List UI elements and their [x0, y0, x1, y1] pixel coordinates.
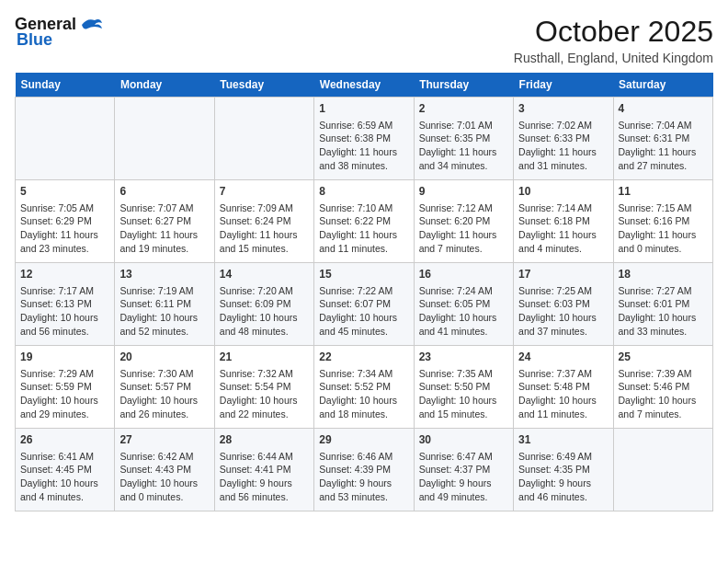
- day-number: 25: [619, 350, 708, 365]
- calendar-day-5: 5Sunrise: 7:05 AM Sunset: 6:29 PM Daylig…: [16, 180, 115, 263]
- calendar-day-29: 29Sunrise: 6:46 AM Sunset: 4:39 PM Dayli…: [314, 429, 414, 511]
- calendar-day-19: 19Sunrise: 7:29 AM Sunset: 5:59 PM Dayli…: [16, 346, 115, 429]
- calendar-empty-cell: [613, 429, 712, 511]
- day-number: 11: [619, 184, 708, 200]
- calendar-day-12: 12Sunrise: 7:17 AM Sunset: 6:13 PM Dayli…: [16, 263, 115, 346]
- day-number: 1: [319, 101, 408, 117]
- calendar-day-8: 8Sunrise: 7:10 AM Sunset: 6:22 PM Daylig…: [314, 180, 414, 263]
- day-info: Sunrise: 7:04 AM Sunset: 6:31 PM Dayligh…: [619, 119, 708, 173]
- calendar-day-13: 13Sunrise: 7:19 AM Sunset: 6:11 PM Dayli…: [115, 263, 214, 346]
- calendar-day-3: 3Sunrise: 7:02 AM Sunset: 6:33 PM Daylig…: [514, 98, 613, 180]
- day-number: 8: [319, 184, 408, 200]
- day-number: 5: [20, 184, 109, 200]
- day-info: Sunrise: 7:24 AM Sunset: 6:05 PM Dayligh…: [419, 284, 508, 339]
- calendar-day-16: 16Sunrise: 7:24 AM Sunset: 6:05 PM Dayli…: [414, 263, 513, 346]
- calendar-week-3: 12Sunrise: 7:17 AM Sunset: 6:13 PM Dayli…: [16, 263, 713, 346]
- day-number: 4: [619, 101, 708, 117]
- day-info: Sunrise: 7:10 AM Sunset: 6:22 PM Dayligh…: [319, 201, 408, 256]
- day-number: 28: [220, 432, 309, 448]
- day-number: 31: [518, 432, 608, 448]
- day-info: Sunrise: 7:20 AM Sunset: 6:09 PM Dayligh…: [220, 284, 309, 339]
- weekday-header-friday: Friday: [514, 73, 613, 98]
- day-info: Sunrise: 7:29 AM Sunset: 5:59 PM Dayligh…: [20, 367, 109, 421]
- calendar-day-11: 11Sunrise: 7:15 AM Sunset: 6:16 PM Dayli…: [613, 180, 712, 263]
- weekday-header-row: SundayMondayTuesdayWednesdayThursdayFrid…: [16, 73, 713, 98]
- weekday-header-wednesday: Wednesday: [314, 73, 414, 98]
- day-number: 9: [419, 184, 508, 200]
- calendar-day-6: 6Sunrise: 7:07 AM Sunset: 6:27 PM Daylig…: [115, 180, 214, 263]
- day-number: 29: [319, 432, 408, 448]
- day-number: 14: [220, 267, 309, 282]
- day-number: 24: [518, 350, 608, 365]
- day-info: Sunrise: 7:07 AM Sunset: 6:27 PM Dayligh…: [119, 201, 209, 256]
- day-number: 23: [419, 350, 508, 365]
- calendar-day-4: 4Sunrise: 7:04 AM Sunset: 6:31 PM Daylig…: [613, 98, 712, 180]
- logo-text-blue: Blue: [17, 30, 52, 50]
- calendar-week-4: 19Sunrise: 7:29 AM Sunset: 5:59 PM Dayli…: [16, 346, 713, 429]
- location-subtitle: Rusthall, England, United Kingdom: [514, 51, 713, 65]
- day-number: 22: [319, 350, 408, 365]
- day-info: Sunrise: 6:46 AM Sunset: 4:39 PM Dayligh…: [319, 450, 408, 504]
- calendar-week-1: 1Sunrise: 6:59 AM Sunset: 6:38 PM Daylig…: [16, 98, 713, 180]
- title-area: October 2025 Rusthall, England, United K…: [514, 15, 713, 65]
- logo-bird-icon: [78, 16, 104, 34]
- calendar-day-15: 15Sunrise: 7:22 AM Sunset: 6:07 PM Dayli…: [314, 263, 414, 346]
- day-number: 7: [220, 184, 309, 200]
- day-info: Sunrise: 7:12 AM Sunset: 6:20 PM Dayligh…: [419, 201, 508, 256]
- page-header: General Blue October 2025 Rusthall, Engl…: [15, 15, 713, 65]
- calendar-day-20: 20Sunrise: 7:30 AM Sunset: 5:57 PM Dayli…: [115, 346, 214, 429]
- day-info: Sunrise: 7:22 AM Sunset: 6:07 PM Dayligh…: [319, 284, 408, 339]
- calendar-table: SundayMondayTuesdayWednesdayThursdayFrid…: [15, 73, 713, 511]
- day-info: Sunrise: 7:30 AM Sunset: 5:57 PM Dayligh…: [119, 367, 209, 421]
- calendar-day-25: 25Sunrise: 7:39 AM Sunset: 5:46 PM Dayli…: [613, 346, 712, 429]
- logo: General Blue: [15, 15, 104, 50]
- day-info: Sunrise: 7:35 AM Sunset: 5:50 PM Dayligh…: [419, 367, 508, 421]
- day-number: 3: [518, 101, 608, 117]
- day-info: Sunrise: 6:59 AM Sunset: 6:38 PM Dayligh…: [319, 119, 408, 173]
- day-number: 6: [119, 184, 209, 200]
- calendar-day-31: 31Sunrise: 6:49 AM Sunset: 4:35 PM Dayli…: [514, 429, 613, 511]
- weekday-header-monday: Monday: [115, 73, 214, 98]
- calendar-day-24: 24Sunrise: 7:37 AM Sunset: 5:48 PM Dayli…: [514, 346, 613, 429]
- day-info: Sunrise: 7:05 AM Sunset: 6:29 PM Dayligh…: [20, 201, 109, 256]
- day-number: 12: [20, 267, 109, 282]
- calendar-day-23: 23Sunrise: 7:35 AM Sunset: 5:50 PM Dayli…: [414, 346, 513, 429]
- calendar-week-2: 5Sunrise: 7:05 AM Sunset: 6:29 PM Daylig…: [16, 180, 713, 263]
- calendar-day-21: 21Sunrise: 7:32 AM Sunset: 5:54 PM Dayli…: [214, 346, 313, 429]
- day-number: 18: [619, 267, 708, 282]
- day-info: Sunrise: 6:41 AM Sunset: 4:45 PM Dayligh…: [20, 450, 109, 504]
- day-info: Sunrise: 7:17 AM Sunset: 6:13 PM Dayligh…: [20, 284, 109, 339]
- calendar-day-2: 2Sunrise: 7:01 AM Sunset: 6:35 PM Daylig…: [414, 98, 513, 180]
- day-number: 13: [119, 267, 209, 282]
- day-number: 20: [119, 350, 209, 365]
- weekday-header-tuesday: Tuesday: [214, 73, 313, 98]
- calendar-day-1: 1Sunrise: 6:59 AM Sunset: 6:38 PM Daylig…: [314, 98, 414, 180]
- day-info: Sunrise: 7:37 AM Sunset: 5:48 PM Dayligh…: [518, 367, 608, 421]
- day-info: Sunrise: 7:19 AM Sunset: 6:11 PM Dayligh…: [119, 284, 209, 339]
- weekday-header-sunday: Sunday: [16, 73, 115, 98]
- day-info: Sunrise: 7:39 AM Sunset: 5:46 PM Dayligh…: [619, 367, 708, 421]
- calendar-empty-cell: [214, 98, 313, 180]
- calendar-day-14: 14Sunrise: 7:20 AM Sunset: 6:09 PM Dayli…: [214, 263, 313, 346]
- calendar-day-30: 30Sunrise: 6:47 AM Sunset: 4:37 PM Dayli…: [414, 429, 513, 511]
- day-number: 17: [518, 267, 608, 282]
- day-number: 16: [419, 267, 508, 282]
- day-number: 15: [319, 267, 408, 282]
- day-number: 30: [419, 432, 508, 448]
- weekday-header-thursday: Thursday: [414, 73, 513, 98]
- day-info: Sunrise: 7:01 AM Sunset: 6:35 PM Dayligh…: [419, 119, 508, 173]
- day-number: 27: [119, 432, 209, 448]
- day-info: Sunrise: 6:47 AM Sunset: 4:37 PM Dayligh…: [419, 450, 508, 504]
- weekday-header-saturday: Saturday: [613, 73, 712, 98]
- day-info: Sunrise: 7:15 AM Sunset: 6:16 PM Dayligh…: [619, 201, 708, 256]
- day-info: Sunrise: 7:09 AM Sunset: 6:24 PM Dayligh…: [220, 201, 309, 256]
- day-info: Sunrise: 7:25 AM Sunset: 6:03 PM Dayligh…: [518, 284, 608, 339]
- day-info: Sunrise: 7:27 AM Sunset: 6:01 PM Dayligh…: [619, 284, 708, 339]
- day-info: Sunrise: 6:49 AM Sunset: 4:35 PM Dayligh…: [518, 450, 608, 504]
- calendar-day-18: 18Sunrise: 7:27 AM Sunset: 6:01 PM Dayli…: [613, 263, 712, 346]
- day-info: Sunrise: 7:32 AM Sunset: 5:54 PM Dayligh…: [220, 367, 309, 421]
- calendar-week-5: 26Sunrise: 6:41 AM Sunset: 4:45 PM Dayli…: [16, 429, 713, 511]
- calendar-day-27: 27Sunrise: 6:42 AM Sunset: 4:43 PM Dayli…: [115, 429, 214, 511]
- day-info: Sunrise: 6:44 AM Sunset: 4:41 PM Dayligh…: [220, 450, 309, 504]
- calendar-day-28: 28Sunrise: 6:44 AM Sunset: 4:41 PM Dayli…: [214, 429, 313, 511]
